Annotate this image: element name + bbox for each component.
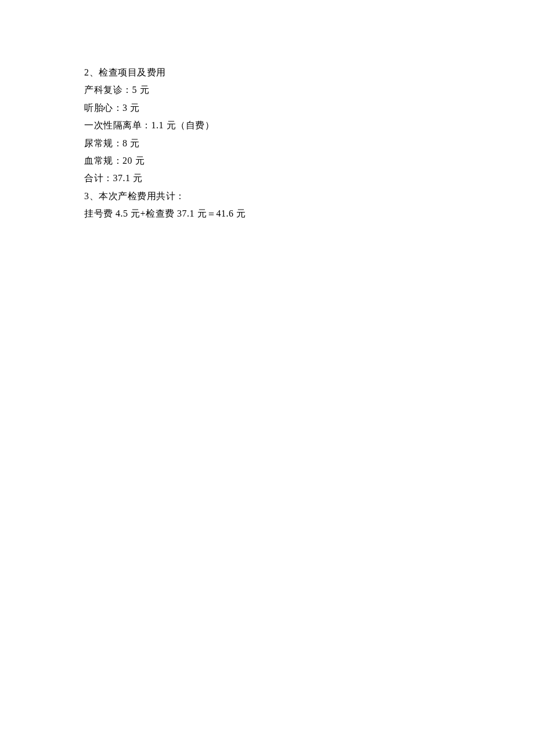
- item-heji: 合计：37.1 元: [84, 170, 534, 187]
- document-body: 2、检查项目及费用 产科复诊：5 元 听胎心：3 元 一次性隔离单：1.1 元（…: [84, 64, 534, 223]
- item-xuechanggui: 血常规：20 元: [84, 152, 534, 170]
- item-taixin: 听胎心：3 元: [84, 99, 534, 117]
- total-calculation: 挂号费 4.5 元+检查费 37.1 元＝41.6 元: [84, 205, 534, 222]
- section-heading-3: 3、本次产检费用共计：: [84, 188, 534, 205]
- section-heading-2: 2、检查项目及费用: [84, 64, 534, 81]
- item-gelidan: 一次性隔离单：1.1 元（自费）: [84, 117, 534, 134]
- item-niaochanggui: 尿常规：8 元: [84, 135, 534, 152]
- item-fuzhen: 产科复诊：5 元: [84, 81, 534, 99]
